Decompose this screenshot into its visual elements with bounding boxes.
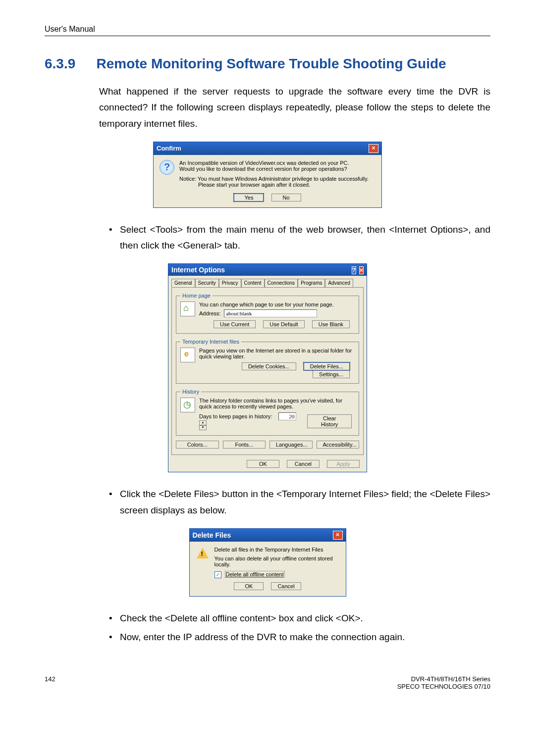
df-line2: You can also delete all your offline con… — [214, 555, 340, 567]
address-label: Address: — [199, 310, 220, 316]
home-icon — [180, 302, 195, 316]
tab-advanced[interactable]: Advanced — [325, 279, 353, 287]
page-footer: 142 DVR-4TH/8TH/16TH Series SPECO TECHNO… — [45, 675, 490, 690]
help-icon[interactable]: ? — [352, 266, 356, 274]
languages-button[interactable]: Languages... — [269, 441, 313, 449]
df-line1: Delete all files in the Temporary Intern… — [214, 547, 340, 553]
close-icon[interactable]: × — [333, 531, 343, 540]
tab-content[interactable]: Content — [241, 279, 265, 287]
df-title-text: Delete Files — [193, 531, 231, 539]
section-number: 6.3.9 — [45, 56, 94, 72]
settings-button[interactable]: Settings... — [313, 370, 350, 378]
history-legend: History — [180, 389, 201, 395]
delete-offline-label: Delete all offline content — [225, 571, 285, 578]
warning-icon — [196, 547, 210, 560]
cancel-button[interactable]: Cancel — [271, 582, 301, 590]
notice-line1: You must have Windows Administrator priv… — [198, 176, 369, 182]
use-blank-button[interactable]: Use Blank — [312, 320, 350, 328]
footer-right-2: SPECO TECHNOLOGIES 07/10 — [397, 683, 490, 690]
tab-security[interactable]: Security — [195, 279, 219, 287]
confirm-titlebar: Confirm × — [154, 142, 381, 155]
delete-files-dialog: Delete Files × Delete all files in the T… — [189, 528, 346, 597]
use-default-button[interactable]: Use Default — [263, 320, 304, 328]
delete-files-button[interactable]: Delete Files... — [304, 362, 350, 370]
days-label: Days to keep pages in history: — [199, 413, 272, 419]
io-titlebar: Internet Options ? × — [168, 264, 367, 276]
home-desc: You can change which page to use for you… — [199, 302, 355, 307]
section-name: Remote Monitoring Software Trouble Shoot… — [96, 56, 446, 71]
no-button[interactable]: No — [271, 194, 301, 202]
tab-programs[interactable]: Programs — [298, 279, 325, 287]
page-number: 142 — [45, 675, 55, 690]
tab-general[interactable]: General — [171, 279, 195, 287]
io-tabs: General Security Privacy Content Connect… — [171, 279, 364, 287]
close-icon[interactable]: × — [359, 266, 364, 274]
colors-button[interactable]: Colors... — [176, 441, 219, 449]
tab-privacy[interactable]: Privacy — [219, 279, 241, 287]
section-heading: 6.3.9 Remote Monitoring Software Trouble… — [45, 56, 490, 72]
ok-button[interactable]: OK — [247, 460, 279, 468]
cancel-button[interactable]: Cancel — [287, 460, 320, 468]
delete-cookies-button[interactable]: Delete Cookies... — [242, 362, 296, 370]
temp-files-group: Temporary Internet files Pages you view … — [176, 339, 359, 384]
ok-button[interactable]: OK — [234, 582, 264, 590]
tab-connections[interactable]: Connections — [265, 279, 298, 287]
intro-paragraph: What happened if the server requests to … — [99, 84, 490, 132]
confirm-line1: An Incompatible version of VideoViewer.o… — [179, 160, 375, 166]
clear-history-button[interactable]: Clear History — [307, 414, 352, 428]
spin-down-icon[interactable]: ▼ — [199, 425, 207, 430]
step-2: Click the <Delete Files> button in the <… — [109, 486, 490, 518]
close-icon[interactable]: × — [369, 144, 378, 153]
spin-up-icon[interactable]: ▲ — [199, 420, 207, 425]
step-3: Check the <Delete all offline content> b… — [109, 610, 490, 626]
confirm-dialog: Confirm × ? An Incompatible version of V… — [153, 142, 382, 208]
confirm-line2: Would you like to download the correct v… — [179, 166, 375, 172]
header-rule — [45, 36, 490, 36]
temp-desc: Pages you view on the Internet are store… — [199, 348, 355, 359]
notice-label: Notice: — [179, 176, 196, 182]
step-4: Now, enter the IP address of the DVR to … — [109, 629, 490, 645]
temp-files-icon — [180, 348, 195, 362]
use-current-button[interactable]: Use Current — [214, 320, 256, 328]
home-page-group: Home page You can change which page to u… — [176, 293, 359, 334]
temp-legend: Temporary Internet files — [180, 339, 241, 345]
notice-line2: Please start your browser again after it… — [179, 182, 375, 188]
footer-right-1: DVR-4TH/8TH/16TH Series — [397, 675, 490, 683]
internet-options-dialog: Internet Options ? × General Security Pr… — [168, 263, 367, 472]
home-legend: Home page — [180, 293, 213, 299]
history-icon — [180, 398, 195, 412]
address-input[interactable] — [224, 309, 317, 317]
accessibility-button[interactable]: Accessibility... — [317, 441, 360, 449]
confirm-title-text: Confirm — [157, 145, 181, 152]
io-title-text: Internet Options — [171, 266, 225, 274]
delete-offline-checkbox[interactable]: ✓ — [214, 571, 221, 578]
step-1: Select <Tools> from the main menu of the… — [109, 222, 490, 254]
history-desc: The History folder contains links to pag… — [199, 398, 355, 409]
apply-button: Apply — [327, 460, 360, 468]
yes-button[interactable]: Yes — [234, 194, 264, 202]
question-icon: ? — [160, 160, 174, 175]
history-group: History The History folder contains link… — [176, 389, 359, 436]
df-titlebar: Delete Files × — [190, 529, 346, 542]
doc-header: User's Manual — [45, 25, 490, 34]
fonts-button[interactable]: Fonts... — [223, 441, 266, 449]
days-input[interactable] — [278, 412, 296, 420]
